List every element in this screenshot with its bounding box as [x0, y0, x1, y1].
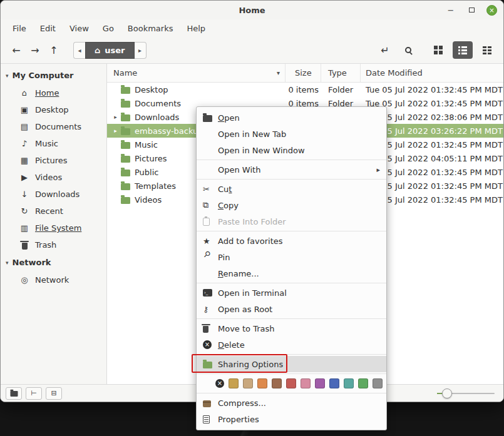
color-swatch[interactable] — [315, 378, 325, 388]
zoom-slider-handle[interactable] — [442, 388, 452, 398]
forward-button[interactable]: → — [26, 41, 44, 59]
music-icon: ♪ — [19, 139, 29, 148]
menu-item-properties[interactable]: Properties — [197, 411, 386, 427]
menu-separator — [197, 231, 386, 231]
sidebar-section-network[interactable]: ▾Network — [1, 253, 106, 271]
show-treeview-button[interactable]: ⊢ — [26, 387, 42, 400]
color-swatch[interactable] — [373, 378, 383, 388]
show-places-button[interactable] — [6, 387, 22, 400]
color-swatch[interactable] — [344, 378, 354, 388]
breadcrumb-scroll-left-button[interactable]: ◂ — [73, 42, 85, 59]
sidebar-item-file-system[interactable]: ▥File System — [1, 220, 106, 236]
color-swatch[interactable] — [301, 378, 311, 388]
sidebar-item-downloads[interactable]: ↓Downloads — [1, 186, 106, 203]
titlebar[interactable]: Home − × — [1, 1, 503, 19]
close-button[interactable]: × — [486, 5, 497, 16]
file-name-cell: Desktop — [107, 83, 285, 96]
sidebar-section-my-computer[interactable]: ▾My Computer — [1, 66, 106, 84]
minimize-button[interactable]: − — [445, 4, 456, 16]
context-menu: OpenOpen in New TabOpen in New WindowOpe… — [196, 106, 387, 430]
menubar-view[interactable]: View — [63, 21, 96, 36]
sidebar-item-videos[interactable]: ▶Videos — [1, 169, 106, 186]
properties-icon — [203, 415, 218, 423]
column-header-name[interactable]: Name▾ — [107, 64, 285, 82]
column-header-type[interactable]: Type — [321, 64, 361, 82]
menu-item-open-with[interactable]: Open With▸ — [197, 161, 386, 178]
menu-item-delete[interactable]: Delete — [197, 337, 386, 353]
videos-icon: ▶ — [19, 173, 29, 182]
row-expander-icon: ▸ — [111, 114, 120, 120]
menubar-help[interactable]: Help — [180, 21, 212, 36]
menu-item-label: Pin — [218, 253, 230, 262]
sidebar-item-documents[interactable]: ▤Documents — [1, 118, 106, 135]
color-swatch[interactable] — [229, 378, 239, 388]
maximize-button[interactable] — [466, 4, 477, 16]
clear-color-icon[interactable] — [215, 379, 224, 388]
menu-item-add-to-favorites[interactable]: ★Add to favorites — [197, 233, 386, 249]
toggle-location-entry-button[interactable]: ↵ — [376, 41, 394, 59]
zoom-slider[interactable] — [437, 393, 495, 394]
menu-item-label: Delete — [218, 340, 245, 350]
recent-icon: ↻ — [19, 206, 29, 216]
icon-view-button[interactable] — [428, 41, 448, 59]
sidebar-item-label: Desktop — [35, 105, 69, 114]
trash-icon — [19, 241, 29, 250]
sidebar-item-trash[interactable]: Trash — [1, 236, 106, 253]
folder-icon — [120, 113, 130, 121]
menu-item-move-to-trash[interactable]: Move to Trash — [197, 320, 386, 337]
sidebar-item-recent[interactable]: ↻Recent — [1, 203, 106, 220]
menu-item-rename[interactable]: Rename... — [197, 265, 386, 281]
color-swatch[interactable] — [243, 378, 253, 388]
column-header-date[interactable]: Date Modified — [361, 64, 503, 82]
menu-item-compress[interactable]: Compress... — [197, 395, 386, 411]
location-entry-icon: ↵ — [381, 44, 389, 56]
menu-item-open-as-root[interactable]: ⚷Open as Root — [197, 301, 386, 317]
menu-item-open[interactable]: Open — [197, 109, 386, 126]
menu-item-paste-into-folder[interactable]: Paste Into Folder — [197, 213, 386, 230]
sidebar-item-home[interactable]: ⌂Home — [1, 84, 106, 101]
breadcrumb-scroll-right-button[interactable]: ▸ — [135, 42, 147, 59]
column-header-label: Type — [328, 68, 347, 78]
menubar-go[interactable]: Go — [96, 21, 121, 36]
sidebar-item-music[interactable]: ♪Music — [1, 135, 106, 152]
up-button[interactable]: ↑ — [44, 41, 63, 59]
sidebar-item-network[interactable]: ◎Network — [1, 271, 106, 288]
grid-view-icon — [434, 46, 443, 54]
sidebar: ▾My Computer⌂Home▣Desktop▤Documents♪Musi… — [1, 64, 107, 384]
breadcrumb-user-button[interactable]: ⌂ user — [85, 42, 135, 59]
menu-item-label: Add to favorites — [218, 236, 283, 246]
color-swatch[interactable] — [358, 378, 368, 388]
menu-item-pin[interactable]: ⚲Pin — [197, 249, 386, 265]
search-button[interactable] — [399, 41, 418, 59]
column-header-size[interactable]: Size — [285, 64, 321, 82]
sidebar-item-desktop[interactable]: ▣Desktop — [1, 101, 106, 118]
menu-item-open-in-new-tab[interactable]: Open in New Tab — [197, 126, 386, 142]
sidebar-item-label: Trash — [35, 240, 56, 250]
compact-view-button[interactable] — [477, 41, 497, 59]
submenu-arrow-icon: ▸ — [376, 166, 380, 174]
sidebar-item-label: Pictures — [35, 156, 67, 165]
terminal-shape — [203, 289, 212, 297]
color-swatch[interactable] — [257, 378, 267, 388]
color-swatch[interactable] — [272, 378, 282, 388]
menu-item-open-in-terminal[interactable]: Open in Terminal — [197, 285, 386, 301]
list-view-button[interactable] — [453, 41, 473, 59]
menu-item-label: Move to Trash — [218, 324, 275, 333]
menu-item-sharing-options[interactable]: Sharing Options — [197, 356, 386, 372]
folder-icon — [120, 86, 130, 94]
file-row-desktop[interactable]: Desktop0 itemsFolderTue 05 Jul 2022 01:3… — [107, 83, 503, 96]
sidebar-item-label: Documents — [35, 122, 81, 131]
color-swatch[interactable] — [329, 378, 339, 388]
menubar-edit[interactable]: Edit — [33, 21, 63, 36]
menubar-bookmarks[interactable]: Bookmarks — [121, 21, 180, 36]
menubar-file[interactable]: File — [6, 21, 33, 36]
menu-item-open-in-new-window[interactable]: Open in New Window — [197, 142, 386, 158]
hide-sidebar-button[interactable]: ⊟ — [46, 387, 62, 400]
maximize-icon — [469, 8, 475, 13]
back-button[interactable]: ← — [7, 41, 26, 59]
color-swatch[interactable] — [286, 378, 296, 388]
folder-shape — [121, 142, 130, 149]
menu-item-copy[interactable]: ⧉Copy — [197, 197, 386, 213]
sidebar-item-pictures[interactable]: ▦Pictures — [1, 152, 106, 169]
menu-item-cu-t[interactable]: ✂Cut — [197, 181, 386, 197]
